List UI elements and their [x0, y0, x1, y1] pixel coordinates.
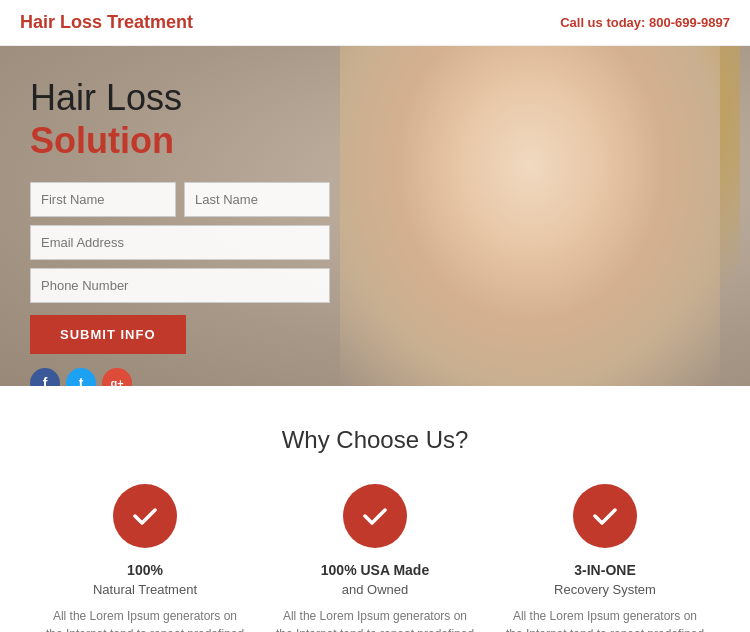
check-icon-1: [113, 484, 177, 548]
first-name-input[interactable]: [30, 182, 176, 217]
card-title-3: 3-IN-ONE: [505, 562, 705, 578]
submit-button[interactable]: SUBMIT INFO: [30, 315, 186, 354]
social-icons: f t g+: [30, 368, 330, 386]
facebook-icon[interactable]: f: [30, 368, 60, 386]
call-label: Call us today:: [560, 15, 645, 30]
why-card-2: 100% USA Made and Owned All the Lorem Ip…: [275, 484, 475, 632]
card-subtitle-3: Recovery System: [505, 582, 705, 597]
why-title: Why Choose Us?: [30, 426, 720, 454]
logo-text: Hair Loss: [20, 12, 107, 32]
name-row: [30, 182, 330, 217]
card-subtitle-1: Natural Treatment: [45, 582, 245, 597]
card-text-1: All the Lorem Ipsum generators on the In…: [45, 607, 245, 632]
check-icon-2: [343, 484, 407, 548]
email-input[interactable]: [30, 225, 330, 260]
hero-person: [340, 46, 720, 386]
card-text-2: All the Lorem Ipsum generators on the In…: [275, 607, 475, 632]
last-name-input[interactable]: [184, 182, 330, 217]
logo: Hair Loss Treatment: [20, 12, 193, 33]
phone-info: Call us today: 800-699-9897: [560, 15, 730, 30]
google-plus-icon[interactable]: g+: [102, 368, 132, 386]
card-text-3: All the Lorem Ipsum generators on the In…: [505, 607, 705, 632]
hero-section: Hair Loss Solution SUBMIT INFO f t g+: [0, 46, 750, 386]
card-title-2: 100% USA Made: [275, 562, 475, 578]
why-section: Why Choose Us? 100% Natural Treatment Al…: [0, 386, 750, 632]
card-title-1: 100%: [45, 562, 245, 578]
phone-number: 800-699-9897: [649, 15, 730, 30]
logo-highlight: Treatment: [107, 12, 193, 32]
why-cards: 100% Natural Treatment All the Lorem Ips…: [30, 484, 720, 632]
check-icon-3: [573, 484, 637, 548]
hero-title: Hair Loss Solution: [30, 76, 330, 162]
card-subtitle-2: and Owned: [275, 582, 475, 597]
why-card-3: 3-IN-ONE Recovery System All the Lorem I…: [505, 484, 705, 632]
twitter-icon[interactable]: t: [66, 368, 96, 386]
why-card-1: 100% Natural Treatment All the Lorem Ips…: [45, 484, 245, 632]
header: Hair Loss Treatment Call us today: 800-6…: [0, 0, 750, 46]
phone-input[interactable]: [30, 268, 330, 303]
hero-content: Hair Loss Solution SUBMIT INFO f t g+: [0, 46, 360, 386]
